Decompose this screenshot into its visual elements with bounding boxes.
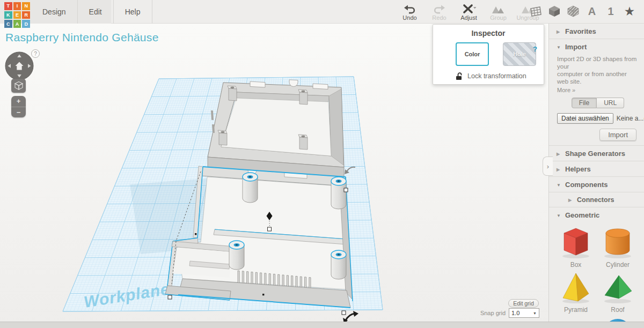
edit-grid-button[interactable]: Edit grid — [508, 299, 539, 308]
view-help-badge[interactable]: ? — [31, 49, 40, 58]
color-swatch-button[interactable]: Color — [456, 42, 489, 66]
sidebar-section-geometric[interactable]: ▼Geometric — [549, 207, 644, 222]
undo-arrow-icon — [395, 3, 425, 14]
menu-help[interactable]: Help — [114, 0, 152, 24]
sidebar-section-shape-generators[interactable]: ▶Shape Generators — [549, 145, 644, 161]
group-button[interactable]: Group — [484, 3, 513, 21]
inspector-title: Inspector — [433, 29, 544, 38]
shape-box[interactable]: Box — [555, 226, 597, 269]
dropdown-caret-icon: ▼ — [533, 311, 537, 315]
adjust-pencils-icon — [454, 3, 484, 14]
shapes-sidebar: ▶Favorites ▼Import Import 2D or 3D shape… — [548, 24, 644, 328]
redo-arrow-icon — [425, 3, 454, 14]
roof-shape-icon — [601, 271, 635, 304]
import-description: Import 2D or 3D shapes from your compute… — [557, 55, 639, 85]
box-shape-icon — [559, 226, 593, 259]
sidebar-collapse-tab[interactable]: › — [543, 156, 553, 176]
view-mode-icons: A 1 ★ — [529, 4, 636, 19]
chevron-right-icon: › — [547, 162, 549, 170]
sidebar-section-connectors[interactable]: ▶Connectors — [549, 192, 644, 207]
shape-cylinder[interactable]: Cylinder — [597, 226, 639, 269]
open-padlock-icon — [456, 72, 463, 80]
import-section-body: Import 2D or 3D shapes from your compute… — [549, 54, 644, 145]
sidebar-section-components[interactable]: ▼Components — [549, 176, 644, 192]
group-mountains-icon — [484, 3, 513, 14]
cube-icon — [13, 80, 24, 91]
zoom-in-button[interactable]: + — [11, 96, 26, 107]
design-title[interactable]: Raspberry Nintendo Gehäuse — [5, 31, 159, 44]
sidebar-section-helpers[interactable]: ▶Helpers — [549, 161, 644, 176]
file-picker-row: Datei auswählen Keine a...gewählt — [557, 113, 639, 124]
url-tab[interactable]: URL — [597, 98, 624, 108]
undo-button[interactable]: Undo — [395, 3, 425, 21]
favorites-star-icon[interactable]: ★ — [623, 4, 636, 19]
hole-swatch-button[interactable]: Hole — [503, 42, 536, 66]
snap-grid-dropdown[interactable]: 1.0 ▼ — [509, 308, 539, 318]
no-file-chosen-label: Keine a...gewählt — [617, 115, 644, 122]
sidebar-section-favorites[interactable]: ▶Favorites — [549, 24, 644, 39]
redo-button[interactable]: Redo — [425, 3, 454, 21]
inspector-panel: Inspector Color Hole ? Lock transformati… — [433, 24, 544, 85]
tinkercad-logo[interactable]: TINKERCAD — [4, 2, 30, 28]
scale-handle-left[interactable] — [168, 295, 172, 299]
inspector-help-badge[interactable]: ? — [533, 45, 537, 53]
file-tab[interactable]: File — [572, 98, 597, 108]
geometric-shapes-grid: Box Cylinder Pyramid — [549, 222, 644, 328]
import-button[interactable]: Import — [599, 129, 636, 141]
import-more-link[interactable]: More » — [557, 87, 639, 93]
adjust-button[interactable]: Adjust — [454, 3, 484, 21]
tinkercad-app: Workplane — [0, 0, 644, 328]
edit-toolbar: Undo Redo Adjust Group Ungroup — [395, 3, 543, 21]
number-tool-icon[interactable]: 1 — [604, 4, 618, 19]
choose-file-button[interactable]: Datei auswählen — [557, 113, 613, 124]
snap-grid-label: Snap grid — [480, 310, 506, 316]
lock-transformation-label: Lock transformation — [467, 72, 526, 80]
view-cube-button[interactable] — [11, 79, 26, 93]
scale-handle-front[interactable] — [342, 311, 346, 315]
workplane-grid-icon[interactable] — [529, 4, 543, 19]
zoom-controls: + − — [11, 96, 26, 117]
zoom-out-button[interactable]: − — [11, 107, 26, 118]
lock-transformation-row[interactable]: Lock transformation — [456, 72, 526, 80]
pyramid-shape-icon — [559, 271, 593, 304]
sidebar-section-import[interactable]: ▼Import — [549, 39, 644, 54]
scale-handle-right[interactable] — [344, 188, 348, 192]
shape-pyramid[interactable]: Pyramid — [555, 271, 597, 314]
scale-handle-mid[interactable] — [268, 227, 272, 231]
text-tool-icon[interactable]: A — [585, 4, 599, 19]
solid-shape-icon[interactable] — [547, 4, 561, 19]
snap-grid-row: Snap grid 1.0 ▼ — [453, 308, 539, 318]
model-lid-part[interactable] — [208, 80, 344, 178]
import-source-tabs: File URL — [557, 98, 639, 108]
shape-roof[interactable]: Roof — [597, 271, 639, 314]
menu-edit[interactable]: Edit — [78, 0, 114, 24]
window-bottom-edge — [0, 322, 644, 328]
cylinder-shape-icon — [601, 226, 635, 259]
menu-design[interactable]: Design — [31, 0, 78, 24]
main-menu: Design Edit Help — [31, 0, 152, 24]
hole-shape-icon[interactable] — [566, 4, 580, 19]
